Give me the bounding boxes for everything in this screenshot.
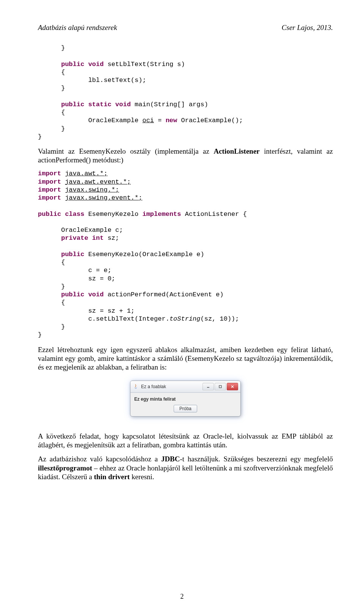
minimize-button[interactable] [202,383,214,390]
document-page: Adatbázis alapú rendszerek Cser Lajos, 2… [0,0,364,612]
code-block-2: import java.awt.*; import java.awt.event… [38,170,333,339]
sample-window: Ez a foablak Ez egy minta felirat Próba [130,381,241,417]
paragraph-2: Ezzel létrehoztunk egy igen egyszerű abl… [38,345,333,372]
window-body: Ez egy minta felirat Próba [130,393,240,416]
window-title: Ez a foablak [141,384,202,389]
header-left: Adatbázis alapú rendszerek [38,24,117,32]
svg-rect-1 [219,385,221,388]
paragraph-1: Valamint az EsemenyKezelo osztály (imple… [38,147,333,164]
page-header: Adatbázis alapú rendszerek Cser Lajos, 2… [38,24,333,32]
java-icon [133,384,139,390]
page-number: 2 [0,593,364,601]
proba-button[interactable]: Próba [174,405,197,412]
paragraph-4: Az adatbázishoz való kapcsolódáshoz a JD… [38,455,333,481]
window-titlebar: Ez a foablak [130,381,240,393]
header-right: Cser Lajos, 2013. [282,24,333,32]
close-button[interactable] [227,383,238,390]
code-block-1: } public void setLblText(String s) { lbl… [38,44,333,141]
window-label: Ez egy minta felirat [133,395,237,405]
maximize-button[interactable] [215,383,226,390]
paragraph-3: A következő feladat, hogy kapcsolatot lé… [38,432,333,449]
